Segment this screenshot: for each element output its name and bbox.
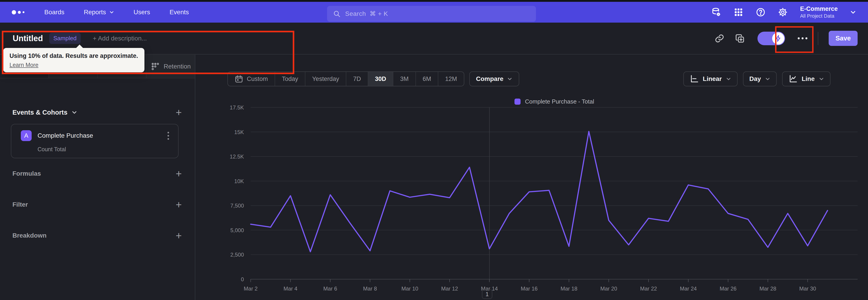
chart-type-dropdown[interactable]: Line [782, 71, 831, 86]
add-filter-button[interactable]: + [176, 200, 182, 210]
nav-item-boards[interactable]: Boards [44, 8, 64, 16]
add-event-button[interactable]: + [176, 107, 182, 118]
chevron-down-icon [507, 76, 513, 82]
svg-text:Mar 28: Mar 28 [760, 286, 776, 292]
more-options-button[interactable] [798, 37, 807, 39]
logo-dot [18, 11, 21, 14]
logo-dot [12, 10, 16, 14]
svg-text:Mar 4: Mar 4 [283, 286, 297, 292]
range-today[interactable]: Today [275, 72, 305, 86]
tooltip-text: Using 10% of data. Results are approxima… [9, 53, 138, 59]
query-builder-sidebar: Insights Funnels Flows [0, 55, 195, 300]
project-switcher[interactable]: E-Commerce All Project Data [800, 5, 838, 19]
svg-text:Mar 16: Mar 16 [521, 286, 538, 292]
range-label: 3M [400, 76, 409, 83]
svg-text:Mar 10: Mar 10 [401, 286, 418, 292]
chevron-down-icon[interactable] [71, 110, 77, 115]
add-breakdown-button[interactable]: + [176, 230, 182, 241]
event-metric[interactable]: Count Total [37, 146, 66, 153]
lightning-bolt-icon [774, 35, 782, 42]
tab-retention[interactable]: Retention [146, 55, 195, 78]
page-number-button[interactable]: 1 [482, 289, 492, 299]
chevron-down-icon [726, 76, 731, 82]
chevron-down-icon [819, 76, 824, 82]
range-label: Custom [247, 76, 268, 83]
search-input[interactable] [345, 10, 530, 18]
add-description[interactable]: + Add description... [93, 35, 147, 42]
nav-item-label: Events [169, 8, 189, 16]
range-6m[interactable]: 6M [415, 72, 438, 86]
interval-dropdown[interactable]: Day [743, 71, 777, 86]
line-chart-icon [788, 74, 798, 83]
chevron-down-icon[interactable] [850, 9, 856, 16]
help-icon[interactable] [756, 7, 766, 17]
range-label: 12M [445, 76, 457, 83]
svg-text:7,500: 7,500 [230, 203, 244, 209]
svg-text:Mar 12: Mar 12 [441, 286, 458, 292]
svg-text:Mar 30: Mar 30 [799, 286, 816, 292]
add-formula-button[interactable]: + [176, 169, 182, 179]
chart-panel: Custom Today Yesterday 7D 30D 3M 6M 12M … [196, 55, 868, 300]
sampling-toggle[interactable] [757, 32, 785, 45]
search-icon [333, 10, 341, 18]
calendar-icon [235, 74, 243, 83]
range-3m[interactable]: 3M [393, 72, 415, 86]
range-12m[interactable]: 12M [438, 72, 464, 86]
svg-text:10K: 10K [234, 178, 244, 184]
nav-item-users[interactable]: Users [133, 8, 150, 16]
range-label: Today [282, 76, 298, 83]
scale-label: Linear [703, 75, 722, 83]
retention-dots-icon [151, 62, 160, 71]
svg-text:17.5K: 17.5K [230, 104, 244, 111]
svg-text:0: 0 [241, 276, 244, 282]
svg-text:Mar 6: Mar 6 [323, 286, 337, 292]
chart-controls: Custom Today Yesterday 7D 30D 3M 6M 12M … [227, 71, 831, 86]
mixpanel-logo[interactable] [12, 10, 24, 14]
learn-more-link[interactable]: Learn More [9, 62, 38, 68]
interval-label: Day [749, 75, 761, 83]
formulas-section: Formulas + [12, 168, 182, 180]
compare-dropdown[interactable]: Compare [469, 71, 519, 86]
svg-text:Mar 26: Mar 26 [720, 286, 737, 292]
copy-link-icon[interactable] [715, 33, 724, 43]
events-cohorts-title[interactable]: Events & Cohorts [12, 109, 67, 116]
chevron-down-icon [109, 10, 114, 15]
event-name[interactable]: Complete Purchase [37, 132, 93, 139]
sampled-badge[interactable]: Sampled [49, 33, 81, 44]
chevron-down-icon [765, 76, 770, 82]
display-controls: Linear Day Line [683, 71, 831, 86]
breakdown-label: Breakdown [12, 232, 46, 239]
events-cohorts-header: Events & Cohorts + [12, 107, 182, 118]
add-to-board-icon[interactable] [735, 33, 745, 43]
linear-scale-icon [690, 74, 699, 83]
range-7d[interactable]: 7D [346, 72, 368, 86]
logo-dot [23, 11, 24, 13]
svg-text:Mar 18: Mar 18 [561, 286, 578, 292]
range-custom[interactable]: Custom [228, 72, 275, 86]
range-label: Yesterday [312, 76, 339, 83]
report-title[interactable]: Untitled [13, 34, 43, 43]
filter-label: Filter [12, 201, 28, 208]
apps-grid-icon[interactable] [734, 7, 743, 17]
svg-text:Mar 22: Mar 22 [640, 286, 657, 292]
save-button[interactable]: Save [829, 31, 858, 46]
nav-item-reports[interactable]: Reports [84, 8, 114, 16]
filter-section: Filter + [12, 199, 182, 210]
svg-text:Mar 2: Mar 2 [244, 286, 257, 292]
app: Boards Reports Users Events [0, 0, 868, 300]
nav-item-label: Users [133, 8, 150, 16]
range-yesterday[interactable]: Yesterday [305, 72, 346, 86]
sampling-tooltip: Using 10% of data. Results are approxima… [3, 48, 145, 72]
event-options-kebab[interactable] [166, 131, 170, 141]
tab-label: Retention [164, 63, 191, 70]
search-bar[interactable] [327, 6, 536, 22]
report-actions: Save [715, 31, 858, 46]
event-card[interactable]: A Complete Purchase Count Total [11, 124, 179, 158]
project-name: E-Commerce [800, 5, 838, 13]
nav-item-events[interactable]: Events [169, 8, 189, 16]
data-management-icon[interactable] [711, 7, 721, 17]
settings-gear-icon[interactable] [778, 7, 788, 17]
scale-dropdown[interactable]: Linear [683, 71, 738, 86]
svg-text:Mar 8: Mar 8 [363, 286, 377, 292]
range-30d[interactable]: 30D [368, 72, 393, 86]
